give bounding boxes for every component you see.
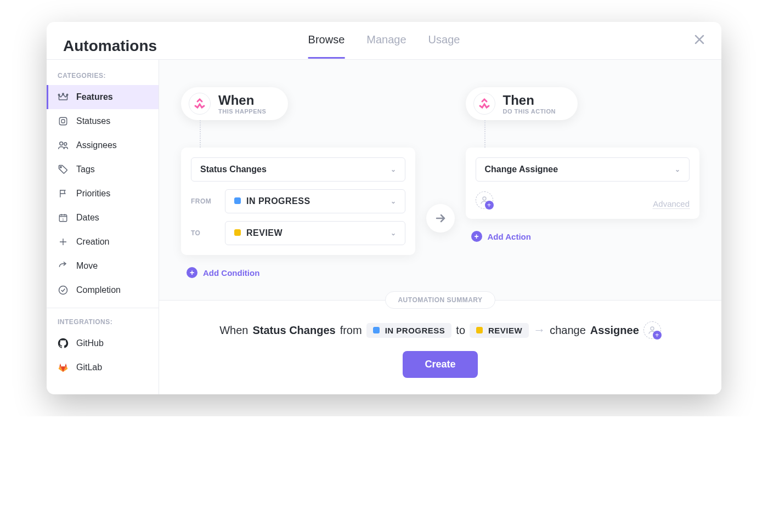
add-action-button[interactable]: + Add Action: [471, 231, 531, 242]
summary-from-status: IN PROGRESS: [385, 326, 445, 335]
svg-point-6: [64, 143, 67, 145]
tag-icon: [58, 164, 69, 175]
trigger-value: Status Changes: [200, 165, 267, 174]
then-subtitle: DO THIS ACTION: [503, 108, 556, 115]
add-action-label: Add Action: [488, 232, 531, 241]
when-subtitle: THIS HAPPENS: [218, 108, 266, 115]
advanced-link[interactable]: Advanced: [653, 199, 690, 209]
summary-change-word: change: [550, 324, 586, 337]
svg-point-12: [651, 327, 654, 330]
flag-icon: [58, 188, 69, 199]
plus-circle-icon: +: [471, 231, 482, 242]
plus-badge-icon: +: [653, 331, 662, 339]
trigger-select[interactable]: Status Changes ⌄: [191, 157, 405, 182]
svg-point-11: [483, 197, 486, 200]
arrow-divider: [426, 204, 455, 233]
create-button[interactable]: Create: [403, 351, 477, 378]
from-status-value: IN PROGRESS: [246, 196, 310, 206]
summary-when: When: [219, 324, 248, 337]
when-column: When THIS HAPPENS Status Changes ⌄ FROM: [181, 87, 415, 278]
canvas: When THIS HAPPENS Status Changes ⌄ FROM: [159, 60, 721, 394]
close-button[interactable]: [694, 33, 705, 59]
action-select[interactable]: Change Assignee ⌄: [476, 157, 690, 182]
summary-to-word: to: [456, 324, 465, 337]
summary-section: AUTOMATION SUMMARY When Status Changes f…: [159, 300, 721, 394]
tab-browse[interactable]: Browse: [308, 33, 345, 59]
summary-to-badge: REVIEW: [470, 323, 529, 338]
summary-line: When Status Changes from IN PROGRESS to …: [176, 321, 705, 339]
to-status-select[interactable]: REVIEW ⌄: [225, 221, 405, 245]
status-dot: [476, 327, 483, 333]
add-condition-button[interactable]: + Add Condition: [187, 267, 259, 278]
arrow-right-icon: [434, 212, 447, 225]
sidebar-item-label: Completion: [76, 285, 121, 295]
assignee-picker[interactable]: +: [476, 191, 493, 209]
sidebar-item-gitlab[interactable]: GitLab: [47, 355, 159, 380]
sidebar-item-label: Creation: [76, 237, 109, 247]
modal-header: Automations Browse Manage Usage: [47, 22, 721, 60]
sidebar-item-label: GitHub: [76, 338, 104, 348]
clickup-logo-icon: [473, 93, 495, 115]
then-title: Then: [503, 93, 556, 108]
svg-rect-4: [61, 120, 65, 123]
close-icon: [694, 34, 705, 45]
then-column: Then DO THIS ACTION Change Assignee ⌄: [466, 87, 700, 242]
sidebar-item-priorities[interactable]: Priorities: [47, 182, 159, 206]
sidebar-item-features[interactable]: Features: [47, 85, 159, 109]
summary-target: Assignee: [590, 324, 639, 337]
action-extras: + Advanced: [476, 191, 690, 209]
from-status-select[interactable]: IN PROGRESS ⌄: [225, 189, 405, 213]
add-condition-label: Add Condition: [203, 268, 259, 278]
sidebar-item-label: Statuses: [76, 116, 110, 126]
sidebar-item-label: Priorities: [76, 189, 110, 199]
sidebar-item-label: Features: [76, 92, 113, 102]
sidebar-divider: [47, 308, 159, 308]
gitlab-icon: [58, 362, 69, 373]
then-card: Change Assignee ⌄ + Advanced: [466, 148, 700, 219]
summary-assignee-picker[interactable]: +: [643, 321, 661, 339]
plus-icon: [58, 236, 69, 247]
summary-label: AUTOMATION SUMMARY: [385, 291, 495, 309]
sidebar-item-dates[interactable]: 1 Dates: [47, 206, 159, 230]
sidebar-item-label: Dates: [76, 213, 99, 223]
plus-circle-icon: +: [187, 267, 197, 278]
when-pill: When THIS HAPPENS: [181, 87, 288, 120]
summary-from-word: from: [340, 324, 362, 337]
sidebar-item-github[interactable]: GitHub: [47, 331, 159, 355]
svg-point-7: [60, 167, 62, 168]
summary-trigger: Status Changes: [252, 324, 335, 337]
to-label: TO: [191, 229, 216, 237]
sidebar-item-label: Assignees: [76, 140, 117, 150]
github-icon: [58, 338, 69, 349]
chevron-down-icon: ⌄: [391, 197, 396, 205]
tab-manage[interactable]: Manage: [366, 33, 406, 59]
sidebar-item-tags[interactable]: Tags: [47, 157, 159, 182]
integrations-label: INTEGRATIONS:: [47, 318, 159, 331]
svg-point-10: [59, 286, 67, 295]
share-icon: [58, 261, 69, 271]
sidebar-item-label: Tags: [76, 165, 95, 174]
sidebar-item-label: Move: [76, 261, 98, 271]
summary-from-badge: IN PROGRESS: [366, 323, 452, 338]
sidebar-item-move[interactable]: Move: [47, 254, 159, 278]
plus-badge-icon: +: [485, 201, 494, 210]
modal-body: CATEGORIES: Features Statuses Assignees …: [47, 60, 721, 394]
tab-usage[interactable]: Usage: [428, 33, 460, 59]
to-status-value: REVIEW: [246, 228, 283, 237]
people-icon: [58, 140, 69, 151]
sidebar-item-completion[interactable]: Completion: [47, 278, 159, 302]
arrow-right-icon: →: [533, 323, 545, 337]
calendar-icon: 1: [58, 212, 69, 223]
chevron-down-icon: ⌄: [391, 229, 396, 237]
dotted-connector: [484, 120, 485, 148]
to-row: TO REVIEW ⌄: [191, 221, 405, 245]
from-label: FROM: [191, 197, 216, 205]
sidebar-item-statuses[interactable]: Statuses: [47, 109, 159, 133]
square-icon: [58, 116, 69, 127]
sidebar-item-assignees[interactable]: Assignees: [47, 133, 159, 157]
sidebar-item-creation[interactable]: Creation: [47, 230, 159, 254]
dotted-connector: [200, 120, 201, 148]
modal-title: Automations: [63, 37, 157, 55]
crown-icon: [58, 92, 69, 103]
svg-rect-3: [59, 117, 67, 125]
